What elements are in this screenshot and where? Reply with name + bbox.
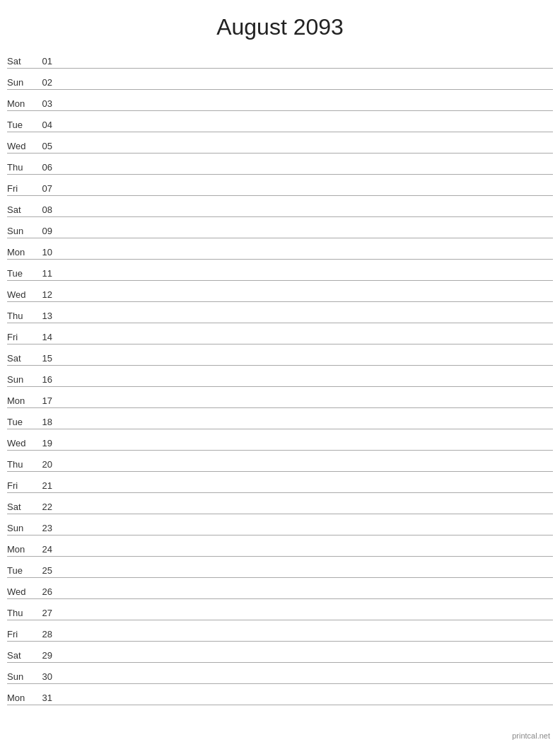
day-name: Wed: [7, 289, 35, 300]
day-number: 24: [35, 544, 55, 555]
day-number: 10: [35, 247, 55, 257]
day-row: Tue11: [7, 260, 553, 281]
day-row: Thu20: [7, 451, 553, 472]
day-row: Mon24: [7, 535, 553, 557]
day-line: [55, 384, 553, 385]
day-name: Fri: [7, 332, 35, 342]
day-name: Mon: [7, 693, 35, 703]
day-name: Wed: [7, 586, 35, 597]
day-line: [55, 172, 553, 173]
day-line: [55, 618, 553, 618]
day-number: 16: [35, 374, 55, 385]
day-row: Mon17: [7, 387, 553, 408]
day-number: 25: [35, 565, 55, 576]
day-line: [55, 299, 553, 300]
day-number: 20: [35, 459, 55, 470]
day-line: [55, 278, 553, 279]
day-line: [55, 320, 553, 321]
day-row: Tue18: [7, 408, 553, 429]
day-line: [55, 533, 553, 533]
day-line: [55, 575, 553, 576]
day-line: [55, 639, 553, 639]
day-number: 26: [35, 586, 55, 597]
day-row: Fri07: [7, 175, 553, 196]
day-line: [55, 448, 553, 448]
calendar-grid: Sat01Sun02Mon03Tue04Wed05Thu06Fri07Sat08…: [0, 47, 560, 705]
day-row: Thu06: [7, 154, 553, 175]
day-row: Tue25: [7, 557, 553, 578]
day-name: Fri: [7, 183, 35, 194]
day-name: Sat: [7, 204, 35, 215]
day-line: [55, 214, 553, 215]
footer-text: printcal.net: [512, 731, 550, 740]
day-number: 27: [35, 608, 55, 618]
day-name: Sat: [7, 56, 35, 66]
day-number: 14: [35, 332, 55, 342]
day-line: [55, 660, 553, 661]
day-row: Mon10: [7, 238, 553, 260]
day-number: 01: [35, 56, 55, 66]
day-line: [55, 66, 553, 66]
day-number: 11: [35, 268, 55, 279]
day-number: 21: [35, 480, 55, 491]
day-number: 12: [35, 289, 55, 300]
day-row: Sun09: [7, 217, 553, 238]
day-row: Sun30: [7, 663, 553, 684]
day-number: 15: [35, 353, 55, 364]
day-row: Sat29: [7, 642, 553, 663]
day-line: [55, 511, 553, 512]
day-name: Thu: [7, 459, 35, 470]
day-row: Thu13: [7, 302, 553, 323]
day-row: Thu27: [7, 599, 553, 620]
day-name: Mon: [7, 395, 35, 406]
day-row: Fri14: [7, 323, 553, 344]
day-row: Wed19: [7, 429, 553, 451]
day-name: Tue: [7, 268, 35, 279]
day-row: Fri28: [7, 620, 553, 642]
day-line: [55, 405, 553, 406]
day-name: Wed: [7, 438, 35, 448]
day-row: Fri21: [7, 472, 553, 493]
day-name: Sun: [7, 77, 35, 88]
day-name: Tue: [7, 565, 35, 576]
day-number: 30: [35, 671, 55, 682]
day-line: [55, 342, 553, 342]
day-name: Sun: [7, 226, 35, 236]
day-number: 07: [35, 183, 55, 194]
day-line: [55, 469, 553, 470]
day-name: Thu: [7, 608, 35, 618]
day-name: Sat: [7, 650, 35, 661]
day-row: Sat15: [7, 344, 553, 366]
day-line: [55, 236, 553, 236]
day-name: Tue: [7, 120, 35, 130]
day-row: Mon03: [7, 90, 553, 111]
day-name: Sat: [7, 353, 35, 364]
day-number: 04: [35, 120, 55, 130]
day-line: [55, 681, 553, 682]
day-number: 22: [35, 502, 55, 512]
day-row: Sun16: [7, 366, 553, 387]
day-number: 08: [35, 204, 55, 215]
day-name: Fri: [7, 629, 35, 639]
day-number: 06: [35, 162, 55, 173]
day-row: Sat08: [7, 196, 553, 217]
day-name: Thu: [7, 311, 35, 321]
day-number: 23: [35, 523, 55, 533]
day-number: 19: [35, 438, 55, 448]
day-number: 13: [35, 311, 55, 321]
day-name: Mon: [7, 544, 35, 555]
day-row: Wed26: [7, 578, 553, 599]
day-line: [55, 108, 553, 109]
page-title: August 2093: [0, 0, 560, 47]
day-number: 28: [35, 629, 55, 639]
day-name: Mon: [7, 247, 35, 257]
day-row: Sat01: [7, 47, 553, 69]
day-name: Sun: [7, 523, 35, 533]
day-number: 03: [35, 98, 55, 109]
day-line: [55, 257, 553, 257]
day-row: Sat22: [7, 493, 553, 514]
day-line: [55, 596, 553, 597]
day-name: Thu: [7, 162, 35, 173]
day-line: [55, 193, 553, 194]
day-name: Sun: [7, 374, 35, 385]
